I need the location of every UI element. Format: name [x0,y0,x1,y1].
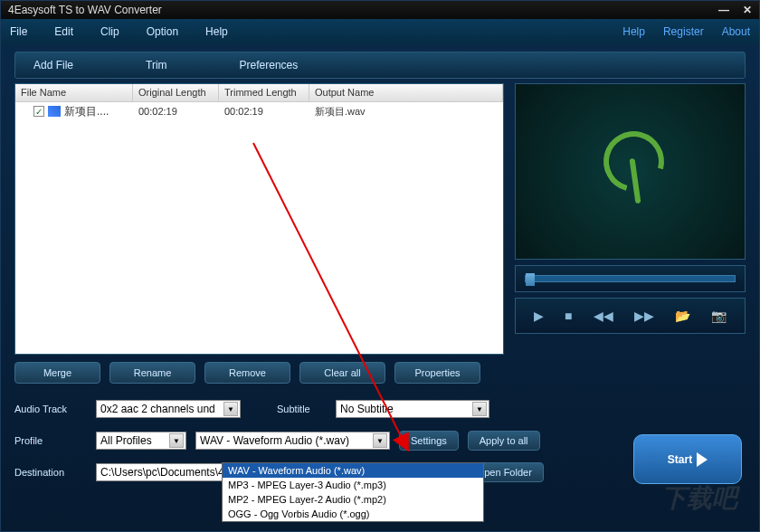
merge-button[interactable]: Merge [14,362,100,384]
menu-option[interactable]: Option [147,25,178,38]
app-window: 4Easysoft TS to WAV Converter — ✕ File E… [0,0,760,532]
snapshot-icon[interactable]: 📷 [711,309,727,323]
file-orig-length: 00:02:19 [133,104,219,119]
file-trim-length: 00:02:19 [219,104,309,119]
profile-dropdown-list[interactable]: WAV - Waveform Audio (*.wav) MP3 - MPEG … [222,462,484,522]
preview-seekbar[interactable] [515,265,746,292]
subtitle-dropdown[interactable]: No Subtitle ▼ [336,400,489,418]
col-filename[interactable]: File Name [15,84,133,101]
profile-label: Profile [14,435,87,446]
file-list[interactable]: File Name Original Length Trimmed Length… [14,83,504,355]
minimize-button[interactable]: — [718,4,729,16]
chevron-down-icon[interactable]: ▼ [373,433,387,448]
link-help[interactable]: Help [622,25,645,38]
destination-label: Destination [14,467,87,478]
close-button[interactable]: ✕ [743,4,752,16]
preview-panel: ▶ ■ ◀◀ ▶▶ 📂 📷 [515,83,746,355]
settings-button[interactable]: Settings [399,431,459,451]
chevron-down-icon[interactable]: ▼ [223,402,238,416]
dropdown-item[interactable]: OGG - Ogg Vorbis Audio (*.ogg) [223,507,483,521]
profile-filter-dropdown[interactable]: All Profiles ▼ [96,432,186,450]
dropdown-item[interactable]: MP3 - MPEG Layer-3 Audio (*.mp3) [223,478,483,492]
rename-button[interactable]: Rename [109,362,195,384]
preview-controls: ▶ ■ ◀◀ ▶▶ 📂 📷 [515,298,746,334]
preview-screen [515,83,746,260]
toolbar-trim[interactable]: Trim [146,59,167,71]
stop-icon[interactable]: ■ [565,309,572,323]
clearall-button[interactable]: Clear all [299,362,385,384]
col-output-name[interactable]: Output Name [309,84,503,101]
toolbar-addfile[interactable]: Add File [33,59,73,71]
apply-to-all-button[interactable]: Apply to all [468,431,540,451]
menu-file[interactable]: File [10,25,27,38]
prev-icon[interactable]: ◀◀ [594,309,613,323]
toolbar-preferences[interactable]: Preferences [240,59,299,71]
file-name: 新项目.... [64,104,109,119]
folder-icon[interactable]: 📂 [675,309,690,323]
subtitle-label: Subtitle [277,404,327,414]
start-button-wrap: Start [633,434,742,484]
audiotrack-label: Audio Track [14,404,87,414]
checkbox-icon[interactable]: ✓ [33,106,44,117]
menubar: File Edit Clip Option Help Help Register… [1,19,759,44]
file-output-name: 新项目.wav [309,103,503,120]
titlebar: 4Easysoft TS to WAV Converter — ✕ [1,1,759,19]
profile-format-dropdown[interactable]: WAV - Waveform Audio (*.wav) ▼ [195,432,390,450]
chevron-down-icon[interactable]: ▼ [169,433,184,448]
next-icon[interactable]: ▶▶ [634,309,654,323]
seek-thumb[interactable] [526,273,535,286]
logo-icon [599,131,662,213]
play-icon[interactable]: ▶ [534,309,544,323]
audiotrack-dropdown[interactable]: 0x2 aac 2 channels und ▼ [96,400,241,418]
properties-button[interactable]: Properties [394,362,480,384]
play-triangle-icon [697,452,708,467]
app-title: 4Easysoft TS to WAV Converter [8,4,162,16]
dropdown-item-selected[interactable]: WAV - Waveform Audio (*.wav) [223,463,483,478]
file-row[interactable]: ✓ 新项目.... 00:02:19 00:02:19 新项目.wav [15,102,503,120]
menu-clip[interactable]: Clip [100,25,119,38]
remove-button[interactable]: Remove [204,362,290,384]
link-register[interactable]: Register [663,25,704,38]
chevron-down-icon[interactable]: ▼ [472,402,487,416]
col-original-length[interactable]: Original Length [133,84,219,101]
video-file-icon [48,106,61,117]
link-about[interactable]: About [722,25,750,38]
toolbar: Add File Trim Preferences [14,52,746,79]
file-list-header: File Name Original Length Trimmed Length… [15,84,503,102]
start-button[interactable]: Start [633,434,742,484]
dropdown-item[interactable]: MP2 - MPEG Layer-2 Audio (*.mp2) [223,492,483,507]
col-trimmed-length[interactable]: Trimmed Length [219,84,309,101]
menu-help[interactable]: Help [205,25,228,38]
menu-edit[interactable]: Edit [54,25,73,38]
